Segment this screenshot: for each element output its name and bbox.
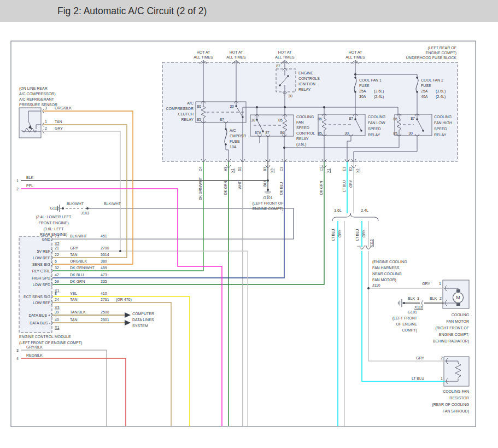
diagram-label: 87	[411, 117, 415, 120]
diagram-label: ALL TIMES	[345, 55, 365, 59]
diagram-label: BLK	[408, 296, 415, 300]
diagram-label: GRY	[338, 229, 342, 237]
diagram-label: 30	[288, 94, 292, 98]
diagram-label: TAN	[55, 120, 62, 124]
diagram-label: RED/BLK	[26, 353, 43, 357]
diagram-label: B3	[263, 167, 267, 171]
diagram-label: 1	[45, 120, 47, 124]
diagram-label: G101	[263, 196, 272, 200]
diagram-label: 451	[101, 234, 107, 238]
diagram-label: DATA BUS -	[30, 321, 51, 325]
diagram-label: (LEFT FRONT OF	[253, 201, 284, 206]
diagram-label: 85	[393, 131, 397, 135]
diagram-label: RESISTOR	[449, 396, 469, 400]
diagram-label: DATA BUS +	[28, 313, 50, 317]
diagram-label: 40	[55, 318, 59, 322]
diagram-label: H3	[224, 166, 227, 171]
diagram-label: FAN	[296, 120, 304, 124]
diagram-label: RELAY	[368, 133, 380, 137]
junction-dot	[283, 147, 285, 149]
diagram-label: DK GRN	[70, 280, 85, 283]
diagram-label: GRY	[349, 179, 353, 188]
diagram-label: 2.4L	[361, 208, 368, 212]
diagram-label: GRY	[55, 126, 63, 130]
diagram-label: PPL	[26, 184, 33, 188]
diagram-label: RELAY	[298, 88, 311, 91]
diagram-label: J103	[81, 211, 89, 215]
motor-brush	[456, 303, 460, 306]
diagram-label: 473	[101, 273, 107, 277]
diagram-label: BLK/WHT	[70, 234, 87, 238]
diagram-label: LT BLU	[342, 180, 346, 192]
diagram-label: RELAY	[181, 118, 194, 121]
diagram-label: HOT AT	[278, 50, 292, 54]
diagram-label: 85	[318, 131, 322, 135]
junction-dot	[354, 73, 356, 75]
engine-controls-ignition-relay	[276, 69, 296, 92]
junction-dot	[422, 130, 424, 131]
diagram-label: COMPT)	[402, 328, 417, 333]
diagram-label: A/C	[230, 129, 236, 132]
diagram-label: (OR 476)	[116, 298, 132, 302]
diagram-label: 86	[318, 117, 322, 121]
diagram-label: REAR ENGINE)	[40, 232, 68, 237]
diagram-label: FUSE	[230, 139, 240, 143]
diagram-label: 10A	[230, 145, 237, 149]
diagram-label: (LEFT FRONT OF ENGINE COMPT)	[19, 341, 82, 345]
diagram-label: J110	[372, 283, 380, 287]
diagram-label: X3	[270, 168, 274, 173]
diagram-label: BLK	[430, 296, 437, 300]
diagram-label: CMPRSR	[230, 134, 246, 138]
diagram-label: (2.4L)	[374, 95, 384, 99]
diagram-label: ALL TIMES	[226, 55, 246, 59]
diagram-label: 85	[278, 118, 283, 122]
diagram-label: (REAR OF COOLING	[432, 403, 469, 407]
diagram-label: DK BLU	[70, 273, 84, 277]
diagram-label: LT BLU	[331, 229, 335, 241]
diagram-label: SPEED	[434, 127, 447, 131]
diagram-label: GND	[42, 237, 50, 241]
junction-dot	[354, 118, 356, 120]
diagram-label: A/C REFRIGERANT	[19, 97, 55, 101]
diagram-label: 24	[55, 298, 59, 301]
diagram-label: 21	[55, 246, 59, 250]
junction-dot	[256, 119, 257, 120]
diagram-label: UNDERHOOD FUSE BLOCK	[406, 56, 457, 60]
diagram-label: X2	[356, 168, 360, 173]
diagram-label: GRY	[422, 282, 430, 286]
diagram-label: ENGINE	[298, 71, 313, 75]
diagram-label: CONTROLS	[298, 77, 320, 80]
diagram-label: FUSE	[421, 84, 431, 88]
diagram-label: M	[456, 295, 460, 300]
diagram-label: 30	[344, 131, 349, 135]
diagram-label: HIGH SPD	[32, 276, 50, 280]
diagram-label: FAN HARNESS,	[372, 266, 400, 270]
wiring-diagram: HOT ATALL TIMESHOT ATALL TIMESHOT ATALL …	[0, 0, 498, 448]
junction-dot	[86, 207, 89, 210]
diagram-label: 2501	[101, 318, 109, 322]
diagram-label: ENGINE COMPT)	[426, 51, 456, 55]
junction-dot	[354, 91, 356, 93]
diagram-label: 5V REF	[37, 249, 50, 253]
diagram-label: 2	[45, 126, 47, 130]
diagram-label: 87	[265, 131, 269, 135]
diagram-label: HOT AT	[230, 50, 243, 54]
diagram-label: DK GRN/WHT	[198, 177, 202, 200]
diagram-label: WHT	[238, 181, 242, 189]
diagram-label: X116	[370, 239, 373, 247]
diagram-label: (3.6L)	[374, 89, 384, 94]
diagram-label: C3	[279, 166, 283, 171]
diagram-label: COMPUTER	[132, 312, 154, 316]
junction-dot	[416, 91, 418, 93]
diagram-label: X1	[231, 168, 235, 173]
diagram-label: FAN HIGH	[434, 121, 452, 125]
diagram-label: PRESSURE SENSOR	[19, 103, 57, 107]
junction-dot	[416, 118, 418, 120]
junction-dot	[279, 84, 280, 86]
diagram-label: 380	[101, 259, 107, 263]
diagram-label: 1	[441, 376, 443, 380]
diagram-label: DATA LINES	[132, 318, 154, 322]
diagram-label: SPEED	[368, 127, 381, 131]
diagram-label: 42	[55, 273, 59, 277]
diagram-label: LOW REF	[33, 256, 50, 260]
